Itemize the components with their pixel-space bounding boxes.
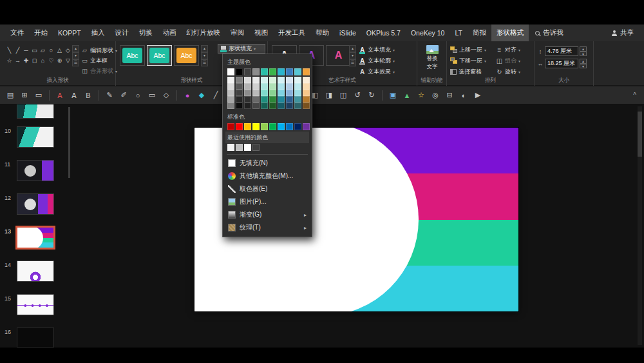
slide-thumb-10[interactable] [17,126,54,148]
color-swatch[interactable] [261,103,268,109]
align-button[interactable]: ≡ 对齐 ▾ [496,45,520,54]
color-swatch[interactable] [236,103,243,109]
menu-item-texture[interactable]: 纹理(T)▸ [225,221,309,234]
menu-item-no-fill[interactable]: 无填充(N) [225,157,309,170]
slide-item-14[interactable]: 14 [0,260,72,294]
tab-简报[interactable]: 简报 [468,25,491,41]
text-outline-button[interactable]: A 文本轮廓 ▾ [359,56,395,65]
color-swatch[interactable] [261,123,268,130]
color-swatch[interactable] [294,123,301,130]
slide-thumb-12[interactable] [17,193,54,215]
group-button[interactable]: ◫ 组合 ▾ [496,56,520,65]
send-backward-icon[interactable]: ◨ [324,90,334,101]
tell-me-button[interactable]: 告诉我 [529,28,570,37]
color-swatch[interactable] [252,144,260,151]
color-swatch[interactable] [252,68,260,75]
shape-glyph[interactable]: ╱ [14,45,22,55]
send-backward-button[interactable]: 下移一层 ▾ [450,56,486,65]
color-swatch[interactable] [227,68,234,75]
rotate-right-icon[interactable]: ↻ [366,90,377,101]
pen-icon[interactable]: ✎ [104,90,115,101]
color-swatch[interactable] [294,83,301,90]
shape-glyph[interactable]: ╲ [5,45,14,55]
panel-scrollbar[interactable] [68,107,70,178]
menu-item-more-colors[interactable]: 其他填充颜色(M)... [225,170,309,182]
shape-glyph[interactable]: ◇ [64,45,72,55]
slide-thumb-partial[interactable] [17,104,54,119]
star-icon[interactable]: ☆ [416,90,426,101]
tab-开始[interactable]: 开始 [29,25,53,41]
color-swatch[interactable] [269,103,276,109]
color-swatch[interactable] [278,83,285,90]
color-swatch[interactable] [227,83,234,90]
chart-icon[interactable]: ▲ [402,90,412,101]
tab-开发工具[interactable]: 开发工具 [273,25,310,41]
color-swatch[interactable] [303,103,310,109]
menu-item-picture[interactable]: 图片(P)... [225,195,309,208]
shape-height-input[interactable]: 4.76 厘米 [545,46,578,56]
gallery-down-icon[interactable]: ▾ [201,52,208,59]
wordart-style-tile[interactable]: A [326,45,351,66]
canvas-scrollbar-thumb[interactable] [638,112,642,157]
height-stepper[interactable]: ▲ ▼ [580,46,587,56]
color-swatch[interactable] [236,90,243,96]
color-swatch[interactable] [252,96,260,103]
shape-style-tile[interactable]: Abc [120,45,145,66]
eyedropper-icon[interactable]: ╱ [211,90,221,101]
bold-icon[interactable]: B [83,90,93,101]
color-swatch[interactable] [252,77,260,83]
tab-帮助[interactable]: 帮助 [310,25,334,41]
tab-形状格式[interactable]: 形状格式 [491,25,529,41]
color-swatch[interactable] [227,103,234,109]
tab-审阅[interactable]: 审阅 [225,25,249,41]
rotate-left-icon[interactable]: ↺ [352,90,363,101]
slide-item-13[interactable]: 13 [0,227,72,260]
tab-切换[interactable]: 切换 [134,25,158,41]
shape-diamond-icon[interactable]: ◇ [161,90,171,101]
slide-thumb-13[interactable] [17,227,54,248]
color-swatch[interactable] [236,123,243,130]
color-swatch[interactable] [286,68,293,75]
font-size-icon[interactable]: A [69,90,79,101]
menu-item-eyedropper[interactable]: 取色器(E) [225,182,309,195]
text-fill-button[interactable]: A 文本填充 ▾ [359,45,395,54]
color-swatch[interactable] [286,96,293,103]
color-swatch[interactable] [244,83,251,90]
color-swatch[interactable] [278,96,285,103]
color-swatch[interactable] [244,90,251,96]
color-swatch[interactable] [236,96,243,103]
color-swatch[interactable] [261,90,268,96]
color-swatch[interactable] [303,96,310,103]
color-swatch[interactable] [244,68,251,75]
gallery-down-icon[interactable]: ▾ [72,52,79,59]
tab-视图[interactable]: 视图 [249,25,273,41]
media-icon[interactable]: ▶ [473,90,483,101]
color-swatch[interactable] [269,77,276,83]
tab-幻灯片放映[interactable]: 幻灯片放映 [182,25,226,41]
slide-thumb-14[interactable] [17,260,54,282]
color-swatch[interactable] [261,68,268,75]
slide-panel[interactable]: 10111213141516 [0,104,72,348]
color-swatch[interactable] [303,77,310,83]
table-icon[interactable]: ⊞ [19,90,30,101]
color-swatch[interactable] [261,83,268,90]
rotate-button[interactable]: ↻ 旋转 ▾ [496,67,520,76]
shape-glyph[interactable]: △ [55,45,64,55]
color-swatch[interactable] [227,96,234,103]
color-swatch[interactable] [252,123,260,130]
slide-item-16[interactable]: 16 [0,328,72,348]
slide-layout-icon[interactable]: ▤ [5,90,15,101]
shape-glyph[interactable]: ⌂ [39,55,47,66]
shape-ellipse-icon[interactable]: ○ [133,90,143,101]
color-swatch[interactable] [269,68,276,75]
tab-OKPlus 5.7[interactable]: OKPlus 5.7 [361,25,406,41]
color-swatch[interactable] [244,77,251,83]
slide-item-11[interactable]: 11 [0,160,72,193]
color-swatch[interactable] [286,90,293,96]
gallery-up-icon[interactable]: ▴ [349,45,356,52]
highlighter-icon[interactable]: ✐ [118,90,129,101]
color-wheel-icon[interactable]: ● [182,90,193,101]
group-objects-icon[interactable]: ◫ [338,90,348,101]
color-swatch[interactable] [294,90,301,96]
color-swatch[interactable] [269,123,276,130]
